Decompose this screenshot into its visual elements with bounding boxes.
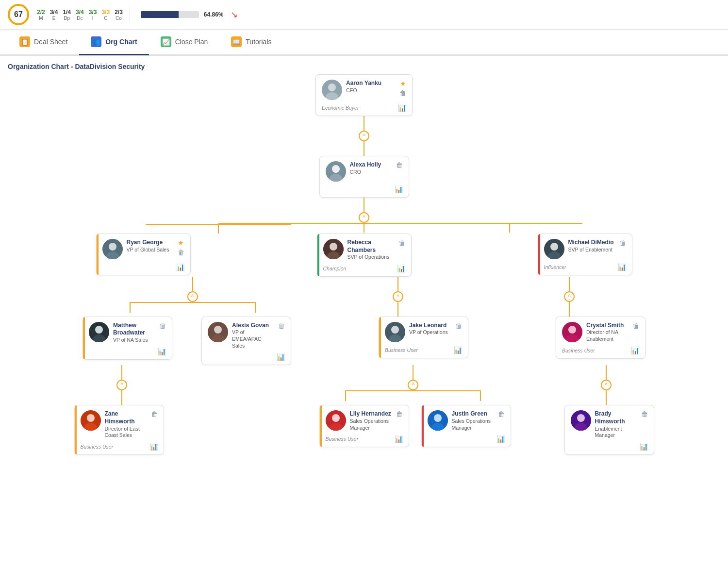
card-justin-title: Sales Operations Manager [452, 418, 494, 431]
card-matthew[interactable]: Matthew Broadwater VP of NA Sales 🗑 📊 [83, 317, 172, 360]
avatar-alexa [326, 161, 346, 182]
chart-icon-crystal[interactable]: 📊 [631, 347, 639, 354]
card-zane[interactable]: Zane Himsworth Director of East Coast Sa… [74, 405, 164, 454]
chart-icon-alexa[interactable]: 📊 [395, 185, 403, 193]
metric-co-label: Co [116, 16, 122, 21]
card-brady-footer: 📊 [571, 443, 648, 451]
avatar-justin [428, 410, 448, 431]
card-michael[interactable]: Michael DiMedio SVP of Enablement 🗑 Infl… [538, 234, 632, 275]
card-justin[interactable]: Justin Green Sales Operations Manager 🗑 … [421, 405, 511, 447]
tab-tutorials[interactable]: 📖 Tutorials [219, 30, 283, 55]
level-item-alexis: Alexis Govan VP of EMEA/APAC Sales 🗑 📊 [201, 317, 291, 366]
chart-icon-michael[interactable]: 📊 [618, 263, 626, 271]
trash-icon-lily[interactable]: 🗑 [396, 410, 403, 418]
avatar-brady [571, 410, 591, 431]
trash-icon-zane[interactable]: 🗑 [151, 410, 158, 418]
trash-icon-jake[interactable]: 🗑 [455, 322, 462, 330]
svg-point-28 [87, 414, 95, 422]
card-zane-footer: Business User 📊 [81, 443, 158, 451]
card-crystal-info: Crystal Smith Director of NA Enablement [586, 322, 629, 343]
connector-aaron-circle[interactable]: ^ [359, 131, 369, 141]
card-matthew-info: Matthew Broadwater VP of NA Sales [113, 322, 155, 344]
cc-matthew[interactable]: ^ [116, 380, 127, 390]
card-alexa[interactable]: Alexa Holly CRO 🗑 📊 [319, 156, 409, 198]
connector-alexa-circle[interactable]: ^ [359, 212, 369, 223]
trash-icon-aaron[interactable]: 🗑 [399, 89, 406, 97]
level-item-zane: Zane Himsworth Director of East Coast Sa… [74, 405, 164, 454]
hline-center-michael [437, 223, 582, 233]
card-ryan[interactable]: Ryan George VP of Global Sales ★ 🗑 📊 [96, 234, 191, 275]
trash-icon-alexis[interactable]: 🗑 [278, 322, 285, 330]
card-crystal-footer: Business User 📊 [562, 347, 639, 354]
trash-icon-michael[interactable]: 🗑 [619, 239, 626, 247]
trash-icon-matthew[interactable]: 🗑 [159, 322, 166, 330]
chart-icon-alexis[interactable]: 📊 [277, 353, 285, 361]
card-aaron-top: Aaron Yanku CEO ★ 🗑 [322, 80, 406, 100]
metric-c: 3/3 C [101, 9, 110, 21]
cc-michael[interactable]: ^ [564, 291, 575, 302]
cc-rebecca[interactable]: ^ [393, 291, 403, 302]
chart-icon-brady[interactable]: 📊 [640, 443, 648, 451]
card-rebecca-footer: Champion 📊 [323, 265, 405, 272]
card-aaron-icons: ★ 🗑 [399, 80, 406, 97]
jake-children-vlines [345, 391, 481, 401]
hline-m1 [437, 223, 509, 224]
card-rebecca[interactable]: Rebecca Chambers SVP of Operations 🗑 Cha… [317, 234, 412, 277]
card-lily[interactable]: Lily Hernandez Sales Operations Manager … [319, 405, 409, 447]
trash-icon-alexa[interactable]: 🗑 [396, 161, 403, 169]
avatar-zane [81, 410, 101, 431]
cc-crystal[interactable]: ^ [601, 380, 612, 390]
card-alexis[interactable]: Alexis Govan VP of EMEA/APAC Sales 🗑 📊 [201, 317, 291, 366]
metric-co: 2/3 Co [115, 9, 123, 21]
trash-icon-brady[interactable]: 🗑 [641, 410, 648, 418]
avatar-aaron [322, 80, 342, 100]
tab-org-chart[interactable]: 👥 Org Chart [79, 30, 149, 55]
cc-ryan[interactable]: ^ [187, 291, 198, 302]
chart-icon-justin[interactable]: 📊 [496, 435, 505, 443]
chart-icon-rebecca[interactable]: 📊 [397, 265, 405, 272]
cv-michael [569, 277, 570, 291]
level-item-michael: Michael DiMedio SVP of Enablement 🗑 Infl… [538, 234, 632, 275]
chart-icon-ryan[interactable]: 📊 [176, 263, 184, 271]
chart-icon-jake[interactable]: 📊 [454, 346, 462, 354]
card-justin-info: Justin Green Sales Operations Manager [452, 410, 494, 431]
card-brady[interactable]: Brady Himsworth Enablement Manager 🗑 📊 [564, 405, 654, 454]
trash-icon-ryan[interactable]: 🗑 [178, 249, 184, 256]
star-icon-ryan[interactable]: ★ [178, 239, 184, 247]
card-aaron[interactable]: Aaron Yanku CEO ★ 🗑 Economic Buyer 📊 [315, 74, 413, 116]
card-ryan-icons: ★ 🗑 [178, 239, 184, 256]
tab-close-plan[interactable]: 📈 Close Plan [149, 30, 220, 55]
hline-center-ryan [146, 224, 291, 234]
cc-jake[interactable]: ^ [408, 380, 418, 390]
avatar-crystal [562, 322, 582, 342]
hline-rb1 [291, 223, 364, 224]
tab-deal-sheet[interactable]: 📋 Deal Sheet [8, 30, 79, 55]
trash-icon-crystal[interactable]: 🗑 [632, 322, 639, 330]
card-alexa-info: Alexa Holly CRO [350, 161, 392, 175]
card-crystal-title: Director of NA Enablement [586, 329, 629, 342]
star-icon-aaron[interactable]: ★ [400, 80, 406, 87]
metric-dp-val: 1/4 [63, 9, 71, 16]
level-item-jake: Jake Leonard VP of Operations 🗑 Business… [379, 317, 468, 358]
cv-matthew [121, 365, 122, 380]
level-item-lily: Lily Hernandez Sales Operations Manager … [319, 405, 409, 447]
hline-r2 [219, 224, 291, 225]
metric-dc-label: Dc [77, 16, 83, 21]
top-bar: 67 2/2 M 3/4 E 1/4 Dp 3/4 Dc 3/3 I 3/3 C… [0, 0, 728, 30]
trash-icon-justin[interactable]: 🗑 [498, 410, 505, 418]
card-alexa-icons: 🗑 [396, 161, 403, 169]
avatar-alexis [208, 322, 228, 342]
chart-icon-lily[interactable]: 📊 [395, 435, 403, 443]
metric-dp: 1/4 Dp [63, 9, 71, 21]
chart-icon-aaron[interactable]: 📊 [398, 104, 406, 112]
trash-icon-rebecca[interactable]: 🗑 [398, 239, 405, 247]
chart-icon-matthew[interactable]: 📊 [158, 348, 166, 355]
metric-e: 3/4 E [50, 9, 58, 21]
card-alexis-icons: 🗑 [278, 322, 285, 330]
tab-deal-sheet-label: Deal Sheet [34, 38, 67, 46]
card-crystal-role: Business User [562, 348, 595, 353]
card-jake[interactable]: Jake Leonard VP of Operations 🗑 Business… [379, 317, 468, 358]
chart-icon-zane[interactable]: 📊 [149, 443, 158, 451]
card-crystal[interactable]: Crystal Smith Director of NA Enablement … [556, 317, 645, 359]
card-matthew-name: Matthew Broadwater [113, 322, 155, 337]
